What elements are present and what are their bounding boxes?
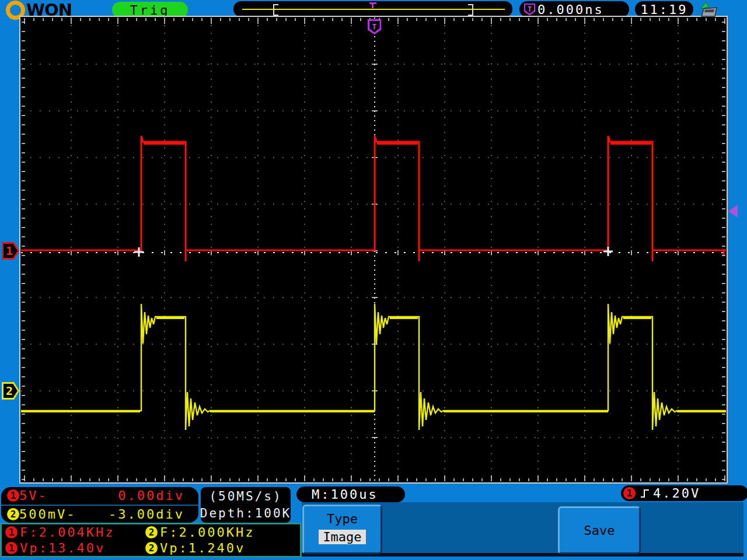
channel2-badge: 2 [7, 508, 19, 520]
ch1-frequency-measurement: 1 F:2.004KHz [2, 525, 145, 540]
channel-info-box: 1 5V- 0.00div 2 500mV- -3.00div [1, 487, 198, 523]
acquisition-info-box: (50MS/s) Depth:100K [201, 487, 291, 523]
timebase-value: M:100us [312, 487, 378, 502]
ch1-vp-measurement: 1 Vp:13.40v [2, 541, 145, 555]
channel1-scale: 5V- [19, 488, 48, 503]
channel1-position: 0.00div [118, 488, 193, 503]
channel1-badge: 1 [7, 489, 19, 502]
channel2-position: -3.00div [109, 507, 193, 522]
channel2-info-row: 2 500mV- -3.00div [1, 505, 198, 523]
trigger-level-value: 4.20V [653, 486, 700, 501]
sample-rate: (50MS/s) [209, 488, 282, 505]
trigger-level-readout: 1 4.20V [621, 485, 747, 501]
trigger-source-badge: 1 [623, 487, 636, 499]
save-button[interactable]: Save [558, 506, 641, 554]
usb-storage-icon [697, 1, 720, 19]
ch2-vp-measurement: 2 Vp:1.240v [145, 541, 245, 555]
channel1-info-row: 1 5V- 0.00div [1, 487, 198, 505]
measurements-box: 1 F:2.004KHz 2 F:2.000KHz 1 Vp:13.40v 2 … [0, 523, 302, 558]
ch2-frequency-measurement: 2 F:2.000KHz [145, 525, 254, 540]
rising-edge-icon [640, 488, 650, 499]
type-button-label: Type [327, 512, 358, 526]
timebase-readout: M:100us [296, 487, 405, 502]
channel2-scale: 500mV- [19, 507, 76, 522]
type-button[interactable]: Type Image [302, 505, 382, 554]
type-button-value: Image [319, 530, 365, 544]
save-button-label: Save [584, 523, 615, 538]
memory-depth: Depth:100K [200, 505, 291, 522]
trigger-level-arrow-icon [728, 205, 738, 218]
waveform-display [0, 0, 747, 560]
